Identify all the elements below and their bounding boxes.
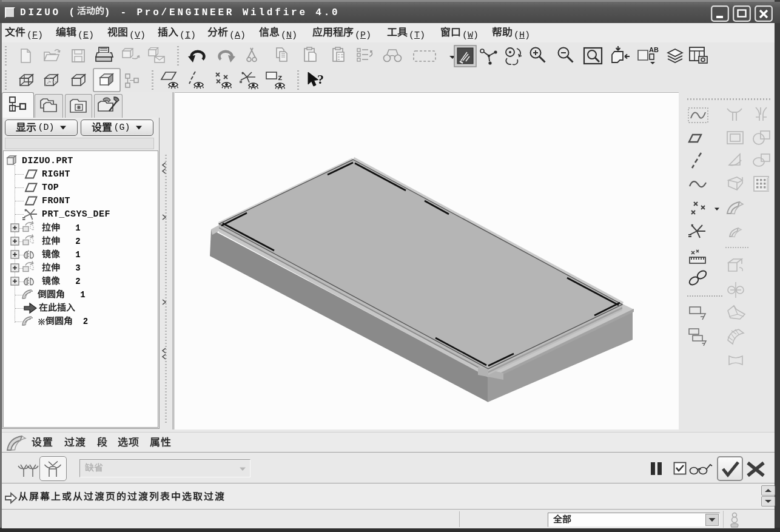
svg-text:z: z — [278, 73, 283, 82]
svg-text:AB: AB — [649, 46, 659, 53]
svg-text:?: ? — [317, 72, 324, 87]
